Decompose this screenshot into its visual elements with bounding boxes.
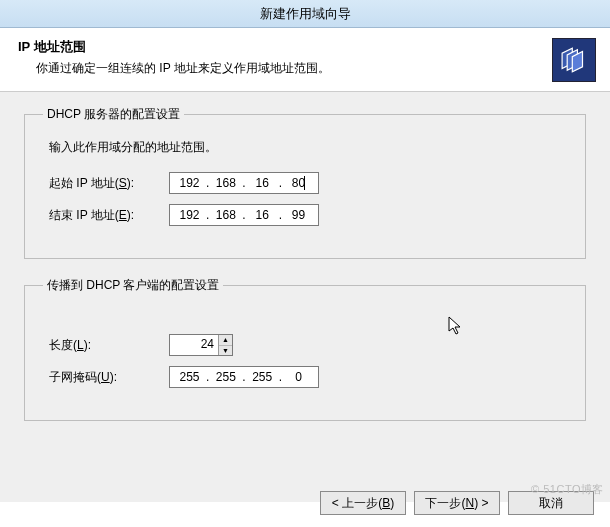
ip-octet[interactable]: 0 bbox=[283, 370, 314, 384]
ip-octet[interactable]: 255 bbox=[174, 370, 205, 384]
ip-octet[interactable]: 16 bbox=[247, 208, 278, 222]
ip-octet[interactable]: 192 bbox=[174, 176, 205, 190]
group-dhcp-client-settings: 传播到 DHCP 客户端的配置设置 长度(L): 24 ▲ ▼ 子网掩码(U):… bbox=[24, 277, 586, 421]
subnet-mask-input[interactable]: 255. 255. 255. 0 bbox=[169, 366, 319, 388]
server-hint: 输入此作用域分配的地址范围。 bbox=[49, 139, 567, 156]
end-ip-input[interactable]: 192. 168. 16. 99 bbox=[169, 204, 319, 226]
ip-octet[interactable]: 255 bbox=[210, 370, 241, 384]
length-label: 长度(L): bbox=[49, 337, 169, 354]
end-ip-label: 结束 IP 地址(E): bbox=[49, 207, 169, 224]
ip-octet[interactable]: 80 bbox=[283, 176, 314, 191]
next-button[interactable]: 下一步(N) > bbox=[414, 491, 500, 515]
row-length: 长度(L): 24 ▲ ▼ bbox=[49, 334, 567, 356]
ip-octet[interactable]: 192 bbox=[174, 208, 205, 222]
start-ip-input[interactable]: 192. 168. 16. 80 bbox=[169, 172, 319, 194]
page-title: IP 地址范围 bbox=[18, 38, 592, 56]
group-dhcp-server-settings: DHCP 服务器的配置设置 输入此作用域分配的地址范围。 起始 IP 地址(S)… bbox=[24, 106, 586, 259]
spinner-up-icon[interactable]: ▲ bbox=[219, 335, 232, 346]
ip-octet[interactable]: 255 bbox=[247, 370, 278, 384]
row-start-ip: 起始 IP 地址(S): 192. 168. 16. 80 bbox=[49, 172, 567, 194]
window-title: 新建作用域向导 bbox=[260, 6, 351, 21]
wizard-icon bbox=[552, 38, 596, 82]
watermark: © 51CTO博客 bbox=[531, 482, 604, 497]
subnet-mask-label: 子网掩码(U): bbox=[49, 369, 169, 386]
start-ip-label: 起始 IP 地址(S): bbox=[49, 175, 169, 192]
row-subnet-mask: 子网掩码(U): 255. 255. 255. 0 bbox=[49, 366, 567, 388]
wizard-header: IP 地址范围 你通过确定一组连续的 IP 地址来定义作用域地址范围。 bbox=[0, 28, 610, 92]
group-server-legend: DHCP 服务器的配置设置 bbox=[43, 106, 184, 123]
spinner-down-icon[interactable]: ▼ bbox=[219, 346, 232, 356]
text-caret bbox=[304, 176, 305, 190]
length-spinner[interactable]: 24 ▲ ▼ bbox=[169, 334, 233, 356]
ip-octet[interactable]: 168 bbox=[210, 176, 241, 190]
ip-octet[interactable]: 168 bbox=[210, 208, 241, 222]
length-value[interactable]: 24 bbox=[170, 335, 218, 355]
window-titlebar: 新建作用域向导 bbox=[0, 0, 610, 28]
wizard-body: DHCP 服务器的配置设置 输入此作用域分配的地址范围。 起始 IP 地址(S)… bbox=[0, 92, 610, 502]
back-button[interactable]: < 上一步(B) bbox=[320, 491, 406, 515]
page-subtitle: 你通过确定一组连续的 IP 地址来定义作用域地址范围。 bbox=[36, 60, 592, 77]
row-end-ip: 结束 IP 地址(E): 192. 168. 16. 99 bbox=[49, 204, 567, 226]
ip-octet[interactable]: 16 bbox=[247, 176, 278, 190]
group-client-legend: 传播到 DHCP 客户端的配置设置 bbox=[43, 277, 223, 294]
ip-octet[interactable]: 99 bbox=[283, 208, 314, 222]
